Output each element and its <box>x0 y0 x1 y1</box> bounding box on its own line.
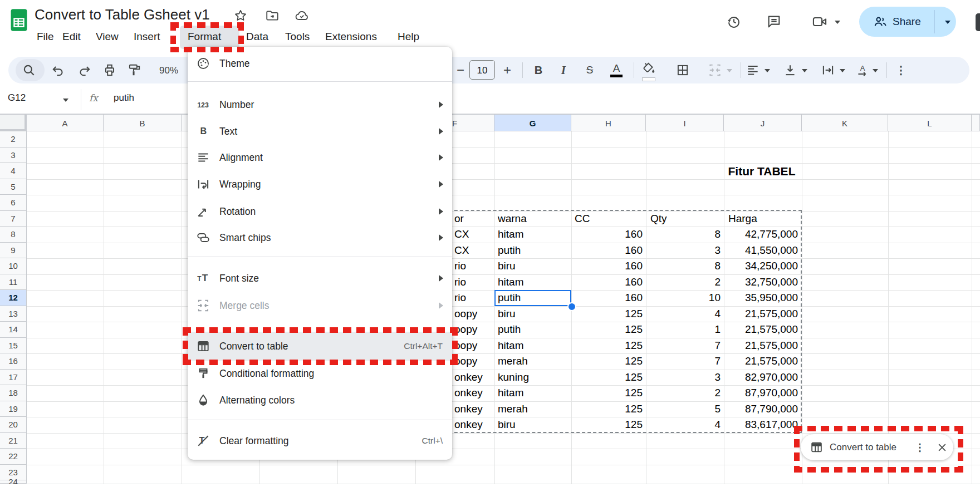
formula-bar-value[interactable]: putih <box>114 92 134 104</box>
menubar-item-format[interactable]: Format <box>188 27 221 47</box>
menu-item-theme[interactable]: Theme <box>188 50 452 77</box>
row-header-6[interactable]: 6 <box>0 195 27 211</box>
menu-item-wrapping[interactable]: Wrapping <box>188 171 452 198</box>
menu-item-text[interactable]: BText <box>188 118 452 145</box>
horizontal-align-icon[interactable] <box>746 63 760 77</box>
more-options-icon[interactable]: ⋮ <box>895 63 906 77</box>
paint-format-icon[interactable] <box>127 63 141 77</box>
row-header-14[interactable]: 14 <box>0 322 27 338</box>
increase-font-size-button[interactable]: + <box>503 62 511 78</box>
column-header-J[interactable]: J <box>724 114 802 131</box>
decrease-font-size-button[interactable]: − <box>457 62 464 78</box>
borders-icon[interactable] <box>675 63 690 77</box>
column-header-partial[interactable] <box>972 114 980 131</box>
video-call-dropdown-icon[interactable] <box>835 21 840 24</box>
search-icon[interactable] <box>22 63 36 77</box>
fill-handle[interactable] <box>567 302 576 311</box>
menubar-item-tools[interactable]: Tools <box>285 27 310 47</box>
menubar-item-data[interactable]: Data <box>246 27 268 47</box>
text-rotation-icon[interactable]: A <box>855 63 870 77</box>
row-header-2[interactable]: 2 <box>0 131 27 147</box>
row-header-12[interactable]: 12 <box>0 290 27 306</box>
toast-close-icon[interactable] <box>937 442 948 453</box>
move-to-folder-icon[interactable] <box>265 8 280 23</box>
italic-icon[interactable]: I <box>561 64 566 77</box>
row-header-13[interactable]: 13 <box>0 306 27 322</box>
zoom-control[interactable]: 90% <box>159 65 178 76</box>
menu-item-convert-to-table[interactable]: Convert to tableCtrl+Alt+T <box>188 333 452 360</box>
print-icon[interactable] <box>102 63 117 77</box>
menubar-item-file[interactable]: File <box>37 27 54 47</box>
share-button[interactable]: Share <box>859 7 956 37</box>
version-history-icon[interactable] <box>726 14 742 29</box>
toast-more-options-icon[interactable]: ⋮ <box>915 441 925 454</box>
row-header-10[interactable]: 10 <box>0 258 27 274</box>
horizontal-align-dropdown-icon[interactable] <box>765 69 770 72</box>
row-header-3[interactable]: 3 <box>0 147 27 164</box>
vertical-align-icon[interactable] <box>783 63 797 77</box>
share-dropdown-icon[interactable] <box>945 21 950 24</box>
column-header-H[interactable]: H <box>571 114 646 131</box>
merge-cells-icon[interactable] <box>708 63 722 77</box>
sheets-logo-icon[interactable] <box>10 8 28 32</box>
column-header-G[interactable]: G <box>494 114 571 131</box>
undo-icon[interactable] <box>51 63 65 77</box>
row-header-19[interactable]: 19 <box>0 401 27 417</box>
fill-color-icon[interactable] <box>641 61 655 76</box>
menu-item-font-size[interactable]: TTFont size <box>188 265 452 292</box>
selected-cell-G12[interactable] <box>494 290 571 306</box>
bold-icon[interactable]: B <box>535 64 542 77</box>
star-icon[interactable] <box>233 8 248 23</box>
merge-cells-dropdown-icon[interactable] <box>727 69 732 72</box>
vertical-align-dropdown-icon[interactable] <box>802 69 807 72</box>
menu-item-conditional-formatting[interactable]: Conditional formatting <box>188 360 452 387</box>
menubar-item-extensions[interactable]: Extensions <box>325 27 377 47</box>
row-header-18[interactable]: 18 <box>0 385 27 401</box>
row-header-5[interactable]: 5 <box>0 179 27 195</box>
column-header-L[interactable]: L <box>888 114 972 131</box>
menubar-item-view[interactable]: View <box>96 27 119 47</box>
row-header-9[interactable]: 9 <box>0 243 27 259</box>
row-header-7[interactable]: 7 <box>0 211 27 227</box>
row-header-17[interactable]: 17 <box>0 370 27 386</box>
column-header-I[interactable]: I <box>646 114 724 131</box>
document-title[interactable]: Convert to Table Gsheet v1 <box>35 6 210 23</box>
column-header-B[interactable]: B <box>104 114 182 131</box>
menu-item-alignment[interactable]: Alignment <box>188 144 452 171</box>
row-header-11[interactable]: 11 <box>0 274 27 291</box>
menu-item-clear-formatting[interactable]: TClear formattingCtrl+\ <box>188 427 452 454</box>
menubar-item-edit[interactable]: Edit <box>62 27 81 47</box>
comments-icon[interactable] <box>766 14 782 29</box>
menubar-item-help[interactable]: Help <box>398 27 419 47</box>
text-wrap-icon[interactable] <box>821 63 835 77</box>
menu-item-smart-chips[interactable]: Smart chips <box>188 224 452 251</box>
sheet-section-title[interactable]: Fitur TABEL <box>728 165 796 178</box>
row-header-8[interactable]: 8 <box>0 227 27 243</box>
row-header-22[interactable]: 22 <box>0 449 27 465</box>
row-header-4[interactable]: 4 <box>0 163 27 179</box>
menubar-item-insert[interactable]: Insert <box>134 27 160 47</box>
menu-item-rotation[interactable]: Rotation <box>188 198 452 225</box>
row-header-20[interactable]: 20 <box>0 417 27 433</box>
video-call-icon[interactable] <box>812 14 827 29</box>
name-box-dropdown-icon[interactable] <box>63 99 68 102</box>
column-header-K[interactable]: K <box>802 114 888 131</box>
text-rotation-dropdown-icon[interactable] <box>873 69 878 72</box>
menu-item-merge-cells[interactable]: Merge cells <box>188 292 452 319</box>
menu-item-alternating-colors[interactable]: Alternating colors <box>188 387 452 414</box>
text-color-icon[interactable]: A <box>613 62 620 75</box>
menu-item-number[interactable]: 123Number <box>188 91 452 118</box>
strikethrough-icon[interactable]: S <box>586 64 594 76</box>
account-avatar-sliver[interactable] <box>976 13 980 31</box>
row-header-15[interactable]: 15 <box>0 338 27 354</box>
text-wrap-dropdown-icon[interactable] <box>840 69 845 72</box>
row-header-21[interactable]: 21 <box>0 433 27 449</box>
select-all-corner[interactable] <box>0 114 27 131</box>
row-header-24[interactable]: 24 <box>0 480 27 484</box>
cloud-saved-icon[interactable] <box>295 8 309 23</box>
name-box[interactable]: G12 <box>8 92 26 104</box>
column-header-A[interactable]: A <box>27 114 104 131</box>
redo-icon[interactable] <box>77 63 92 77</box>
row-header-16[interactable]: 16 <box>0 353 27 370</box>
font-size-input[interactable]: 10 <box>469 60 495 80</box>
